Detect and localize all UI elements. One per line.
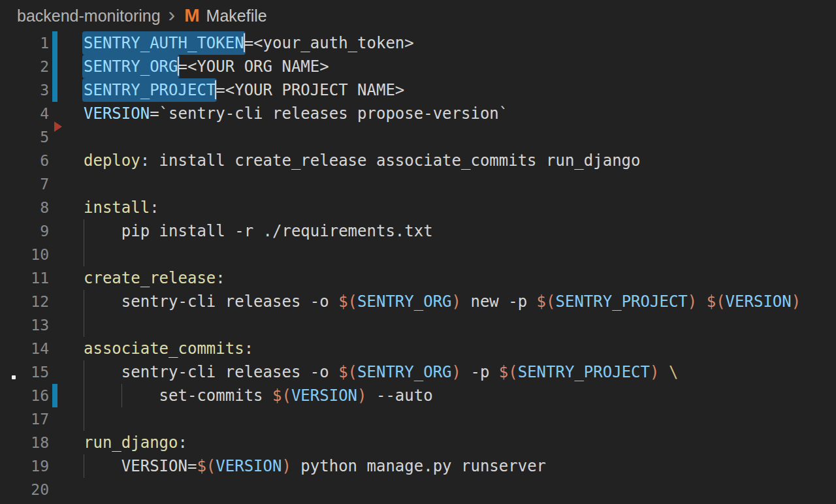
code-token: =<YOUR PROJECT NAME>: [216, 81, 404, 99]
line-number[interactable]: 1: [0, 31, 49, 55]
code-token: run_django: [84, 433, 178, 452]
text-cursor: [178, 57, 179, 76]
code-line-20[interactable]: 20: [0, 478, 836, 501]
code-token: associate_commits: [84, 339, 244, 358]
code-text[interactable]: run_django:: [84, 431, 187, 454]
code-line-14[interactable]: 14associate_commits:: [0, 337, 836, 360]
code-token: \: [669, 363, 678, 381]
code-token: :: [216, 269, 225, 287]
code-line-3[interactable]: 3SENTRY_PROJECT=<YOUR PROJECT NAME>: [0, 78, 836, 102]
code-token: ): [452, 292, 461, 311]
code-text[interactable]: VERSION=$(VERSION) python manage.py runs…: [84, 454, 546, 478]
code-text[interactable]: SENTRY_AUTH_TOKEN=<your_auth_token>: [84, 31, 414, 55]
code-text[interactable]: sentry-cli releases -o $(SENTRY_ORG) new…: [84, 290, 801, 313]
line-number[interactable]: 11: [0, 266, 49, 290]
code-text[interactable]: SENTRY_ORG=<YOUR ORG NAME>: [84, 55, 329, 78]
code-token: =<YOUR ORG NAME>: [178, 57, 329, 76]
code-line-13[interactable]: 13: [0, 313, 836, 337]
code-text[interactable]: VERSION=`sentry-cli releases propose-ver…: [84, 102, 508, 125]
line-number[interactable]: 18: [0, 431, 49, 454]
code-line-4[interactable]: 4VERSION=`sentry-cli releases propose-ve…: [0, 102, 836, 125]
code-line-12[interactable]: 12 sentry-cli releases -o $(SENTRY_ORG) …: [0, 290, 836, 313]
code-line-1[interactable]: 1SENTRY_AUTH_TOKEN=<your_auth_token>: [0, 31, 836, 55]
code-line-10[interactable]: 10: [0, 243, 836, 266]
code-line-2[interactable]: 2SENTRY_ORG=<YOUR ORG NAME>: [0, 55, 836, 78]
line-number[interactable]: 4: [0, 102, 49, 125]
code-token: : install create_release associate_commi…: [140, 151, 641, 170]
line-number[interactable]: 19: [0, 454, 49, 478]
breadcrumb-file-label: Makefile: [206, 7, 267, 25]
line-number[interactable]: 6: [0, 149, 49, 172]
code-line-15[interactable]: 15 sentry-cli releases -o $(SENTRY_ORG) …: [0, 360, 836, 384]
code-token: ): [650, 363, 659, 381]
line-number[interactable]: 2: [0, 55, 49, 78]
code-token: SENTRY_ORG: [357, 363, 452, 381]
code-text[interactable]: set-commits $(VERSION) --auto: [84, 384, 433, 407]
selected-token: SENTRY_AUTH_TOKEN: [82, 31, 246, 55]
white-dot-marker: [12, 375, 16, 379]
code-token: sentry-cli releases -o: [84, 363, 338, 381]
code-token: $(: [338, 363, 357, 381]
code-line-16[interactable]: 16 set-commits $(VERSION) --auto: [0, 384, 836, 407]
code-line-6[interactable]: 6deploy: install create_release associat…: [0, 149, 836, 172]
line-number[interactable]: 13: [0, 313, 49, 337]
code-line-17[interactable]: 17: [0, 407, 836, 431]
code-token: deploy: [84, 151, 140, 170]
line-number[interactable]: 9: [0, 219, 49, 243]
breadcrumb: backend-monitoring › M Makefile: [0, 0, 836, 31]
code-token: -p: [461, 363, 499, 381]
code-text[interactable]: sentry-cli releases -o $(SENTRY_ORG) -p …: [84, 360, 678, 384]
breadcrumb-item-folder[interactable]: backend-monitoring: [17, 7, 161, 25]
code-token: $(: [338, 292, 357, 311]
code-text[interactable]: deploy: install create_release associate…: [84, 149, 641, 172]
modified-line-indicator[interactable]: [52, 31, 57, 55]
code-text[interactable]: pip install -r ./requirements.txt: [84, 219, 433, 243]
line-number[interactable]: 7: [0, 172, 49, 196]
breadcrumb-item-file[interactable]: M Makefile: [184, 5, 266, 26]
code-line-18[interactable]: 18run_django:: [0, 431, 836, 454]
line-number[interactable]: 3: [0, 78, 49, 102]
indent-guide: [84, 243, 84, 266]
breadcrumb-folder-label: backend-monitoring: [17, 7, 161, 25]
line-number[interactable]: 12: [0, 290, 49, 313]
modified-line-indicator[interactable]: [52, 55, 57, 78]
line-number[interactable]: 16: [0, 384, 49, 407]
code-line-19[interactable]: 19 VERSION=$(VERSION) python manage.py r…: [0, 454, 836, 478]
code-token: =`sentry-cli releases propose-version`: [150, 104, 508, 123]
editor-lines[interactable]: 1SENTRY_AUTH_TOKEN=<your_auth_token>2SEN…: [0, 31, 836, 501]
code-text[interactable]: install:: [84, 196, 159, 219]
code-token: sentry-cli releases -o: [84, 292, 338, 311]
code-line-5[interactable]: 5: [0, 125, 836, 149]
code-token: VERSION=: [84, 457, 197, 475]
chevron-right-icon: ›: [169, 4, 176, 25]
line-number[interactable]: 20: [0, 478, 49, 501]
code-token: SENTRY_PROJECT: [556, 292, 688, 311]
code-token: install: [84, 198, 150, 217]
code-text[interactable]: create_release:: [84, 266, 225, 290]
line-number[interactable]: 14: [0, 337, 49, 360]
code-token: =<your_auth_token>: [244, 34, 414, 52]
indent-guide: [84, 407, 84, 431]
line-number[interactable]: 5: [0, 125, 49, 149]
code-text[interactable]: SENTRY_PROJECT=<YOUR PROJECT NAME>: [84, 78, 404, 102]
red-arrow-marker: [54, 121, 62, 132]
line-number[interactable]: 15: [0, 360, 49, 384]
code-line-9[interactable]: 9 pip install -r ./requirements.txt: [0, 219, 836, 243]
code-token: ): [281, 457, 291, 475]
code-token: :: [178, 433, 187, 452]
code-line-8[interactable]: 8install:: [0, 196, 836, 219]
code-token: [659, 363, 668, 381]
line-number[interactable]: 8: [0, 196, 49, 219]
modified-line-indicator[interactable]: [52, 78, 57, 102]
code-text[interactable]: associate_commits:: [84, 337, 253, 360]
modified-line-indicator[interactable]: [52, 384, 57, 407]
text-cursor: [215, 80, 216, 99]
line-number[interactable]: 10: [0, 243, 49, 266]
selected-token: SENTRY_PROJECT: [82, 78, 217, 102]
code-token: SENTRY_ORG: [357, 292, 452, 311]
code-line-11[interactable]: 11create_release:: [0, 266, 836, 290]
code-line-7[interactable]: 7: [0, 172, 836, 196]
code-token: set-commits: [84, 386, 272, 405]
line-number[interactable]: 17: [0, 407, 49, 431]
code-token: $(: [537, 292, 556, 311]
